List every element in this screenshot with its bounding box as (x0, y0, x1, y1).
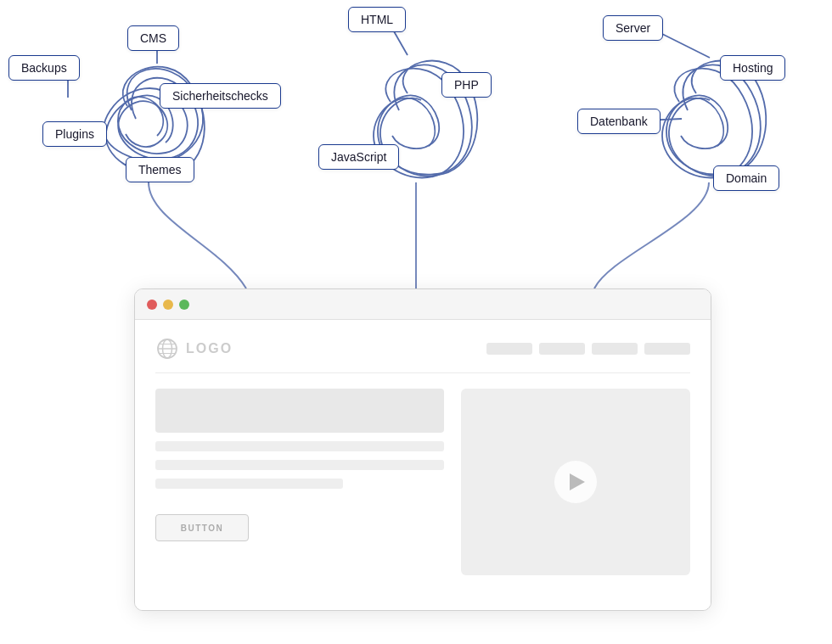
nav-pill-3 (592, 343, 638, 355)
text-line-3 (155, 479, 343, 489)
browser-mockup: LOGO BUTTON (134, 288, 711, 611)
site-header: LOGO (155, 337, 690, 373)
tag-hosting: Hosting (720, 55, 785, 81)
content-left: BUTTON (155, 389, 444, 575)
tag-php: PHP (441, 72, 492, 98)
dot-green (179, 300, 189, 310)
text-line-2 (155, 460, 444, 470)
tag-themes: Themes (126, 157, 194, 182)
tag-html: HTML (348, 7, 406, 32)
browser-titlebar (135, 289, 711, 320)
cta-button-label: BUTTON (181, 524, 223, 533)
text-line-1 (155, 441, 444, 451)
browser-inner-content: LOGO BUTTON (135, 320, 711, 610)
nav-pills (486, 343, 690, 355)
nav-pill-4 (644, 343, 690, 355)
globe-icon (155, 337, 179, 361)
tag-javascript: JavaScript (318, 144, 399, 170)
logo-area: LOGO (155, 337, 233, 361)
cta-button[interactable]: BUTTON (155, 514, 249, 541)
tag-backups: Backups (8, 55, 80, 81)
tag-datenbank: Datenbank (577, 109, 661, 134)
tag-domain: Domain (713, 165, 779, 191)
nav-pill-2 (539, 343, 585, 355)
tag-server: Server (603, 15, 663, 41)
tag-sicherheitschecks: Sicherheitschecks (160, 83, 281, 109)
logo-text: LOGO (186, 341, 233, 356)
site-body: BUTTON (155, 389, 690, 575)
play-icon (570, 473, 585, 490)
tag-cms: CMS (127, 25, 179, 51)
nav-pill-1 (486, 343, 532, 355)
dot-red (147, 300, 157, 310)
video-placeholder (461, 389, 690, 575)
tag-plugins: Plugins (42, 121, 107, 147)
dot-yellow (163, 300, 173, 310)
play-button[interactable] (554, 461, 597, 503)
scene: CMS Backups Sicherheitschecks Plugins Th… (0, 0, 832, 644)
hero-block (155, 389, 444, 433)
